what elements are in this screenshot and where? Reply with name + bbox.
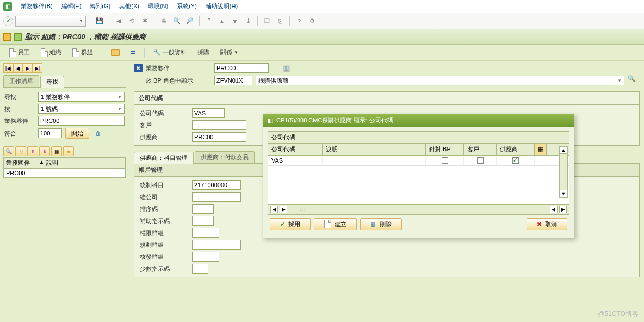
- save-icon[interactable]: 💾: [94, 16, 105, 27]
- last-page-icon[interactable]: ⤓: [243, 16, 253, 27]
- col-sort-icon[interactable]: ▲: [36, 158, 44, 168]
- general-data-button[interactable]: 🔧一般資料: [150, 47, 190, 58]
- bp-label: 業務夥伴: [4, 117, 35, 125]
- cc-section-header: 公司代碼: [134, 92, 639, 105]
- doc-icon: [72, 48, 79, 57]
- scroll-down-icon[interactable]: ▼: [560, 190, 567, 197]
- match-input[interactable]: 100: [38, 128, 62, 138]
- cust-field[interactable]: [192, 120, 246, 130]
- scroll-right-icon[interactable]: ▶: [280, 206, 287, 213]
- columns-icon[interactable]: ▦: [51, 146, 62, 156]
- menu-help[interactable]: 輔助說明(H): [206, 2, 238, 10]
- role-code-field[interactable]: ZFVN01X: [214, 76, 252, 85]
- fav-icon[interactable]: ★: [63, 146, 74, 156]
- delete-button[interactable]: 🗑刪除: [360, 218, 402, 230]
- detail-icon[interactable]: 🔍: [3, 146, 14, 156]
- print-icon[interactable]: 🖶: [158, 16, 169, 27]
- relationship-button[interactable]: 關係▼: [216, 47, 242, 58]
- cancel-icon[interactable]: ✖: [139, 16, 150, 27]
- first-page-icon[interactable]: ⤒: [203, 16, 214, 27]
- search-select[interactable]: 1 業務夥伴: [38, 92, 125, 102]
- tab-worklist[interactable]: 工作清單: [3, 75, 39, 87]
- scroll-right2-icon[interactable]: ▶: [559, 206, 567, 213]
- adopt-button[interactable]: ✔採用: [270, 218, 311, 230]
- exit-icon[interactable]: ⟲: [126, 16, 137, 27]
- employee-button[interactable]: 員工: [5, 47, 34, 59]
- hq-field[interactable]: [192, 192, 241, 202]
- col-config-icon[interactable]: ▦: [535, 144, 547, 155]
- plan-field[interactable]: [192, 240, 241, 250]
- vend-checkbox[interactable]: [512, 157, 519, 164]
- tab-search[interactable]: 尋找: [40, 76, 64, 88]
- dialog-titlebar[interactable]: ◧ CP1(5)/888 CMC採購供應商 顯示: 公司代碼: [263, 114, 574, 127]
- nav-last-icon[interactable]: ▶|: [33, 63, 42, 73]
- standard-toolbar: ✔ ▼ 💾 ◀ ⟲ ✖ 🖶 🔍 🔎 ⤒ ▲ ▼ ⤓ ❐ ⎘ ? ⚙: [0, 13, 644, 29]
- create-button[interactable]: 建立: [314, 218, 357, 230]
- tab-account-mgmt[interactable]: 供應商：科目管理: [134, 152, 194, 164]
- layout-icon[interactable]: ⚙: [307, 16, 318, 27]
- role-detail-icon[interactable]: 🔍: [628, 75, 640, 86]
- rel-field[interactable]: [192, 252, 219, 262]
- open-button[interactable]: [107, 48, 123, 58]
- doc-icon: [324, 220, 331, 228]
- nav-first-icon[interactable]: |◀: [3, 63, 13, 73]
- rel-label: 核發群組: [140, 253, 189, 261]
- find-icon[interactable]: 🔍: [171, 16, 182, 27]
- sort-desc-icon[interactable]: ⬇: [39, 146, 50, 156]
- doc-icon: [41, 48, 48, 57]
- menu-env[interactable]: 環境(N): [148, 2, 168, 10]
- sort-asc-icon[interactable]: ⬆: [27, 146, 38, 156]
- recon-field[interactable]: 2171000000: [192, 180, 241, 190]
- bp-input[interactable]: PRC00: [38, 116, 125, 126]
- shortcut-icon[interactable]: ⎘: [275, 16, 286, 27]
- bp-field[interactable]: PRC00: [214, 63, 269, 73]
- group-button[interactable]: 群組: [69, 47, 97, 59]
- by-select[interactable]: 1 號碼: [38, 104, 125, 114]
- filter-icon[interactable]: ⚲: [15, 146, 26, 156]
- command-field[interactable]: ▼: [15, 16, 86, 27]
- recon-label: 統制科目: [140, 181, 189, 189]
- help-icon[interactable]: ?: [294, 16, 305, 27]
- cust-checkbox[interactable]: [477, 157, 484, 164]
- locator-tabs: 工作清單 尋找: [3, 75, 126, 88]
- next-page-icon[interactable]: ▼: [230, 16, 240, 27]
- vend-field[interactable]: PRC00: [192, 132, 246, 142]
- sort-field[interactable]: [192, 204, 214, 214]
- min-field[interactable]: [192, 264, 208, 274]
- v-scrollbar[interactable]: ▲ ▼: [559, 146, 568, 198]
- nav-prev-icon[interactable]: ◀: [13, 63, 23, 73]
- org-button[interactable]: 組織: [37, 47, 65, 59]
- start-button[interactable]: 開始: [65, 128, 89, 139]
- auth-field[interactable]: [192, 228, 219, 238]
- forbp-checkbox[interactable]: [442, 157, 448, 164]
- menu-other[interactable]: 其他(X): [119, 2, 139, 10]
- doc-icon: [9, 48, 16, 57]
- tab-payment[interactable]: 供應商：付款交易: [195, 151, 255, 163]
- menu-sys[interactable]: 系統(Y): [177, 2, 197, 10]
- cancel-button[interactable]: ✖取消: [527, 218, 567, 230]
- aux-label: 補助指示碼: [140, 217, 189, 225]
- find-next-icon[interactable]: 🔎: [184, 16, 195, 27]
- menu-edit[interactable]: 編輯(E): [61, 2, 82, 10]
- trash-icon[interactable]: 🗑: [92, 128, 103, 139]
- role-select[interactable]: 採購供應商: [256, 76, 624, 85]
- menu-goto[interactable]: 轉到(G): [90, 2, 110, 10]
- aux-field[interactable]: [192, 216, 214, 226]
- switch-button[interactable]: ⇄: [127, 47, 139, 58]
- vend-label: 供應商: [140, 133, 189, 141]
- menu-bp[interactable]: 業務夥伴(B): [21, 2, 53, 10]
- back-icon[interactable]: ◀: [113, 16, 124, 27]
- new-session-icon[interactable]: ❐: [262, 16, 273, 27]
- nav-next-icon[interactable]: ▶: [23, 63, 33, 73]
- grid-row[interactable]: VAS: [268, 156, 569, 166]
- cc-field[interactable]: VAS: [192, 108, 225, 118]
- scroll-left2-icon[interactable]: ◀: [550, 206, 558, 213]
- prev-page-icon[interactable]: ▲: [216, 16, 227, 27]
- purchasing-button[interactable]: 採購: [194, 47, 213, 58]
- scroll-up-icon[interactable]: ▲: [560, 146, 567, 154]
- enter-icon[interactable]: ✔: [3, 16, 13, 26]
- table-row[interactable]: PRC00: [4, 169, 125, 177]
- close-header-icon[interactable]: ✖: [134, 64, 143, 72]
- scroll-left-icon[interactable]: ◀: [270, 206, 278, 213]
- role-label: 於 BP 角色中顯示: [146, 77, 211, 85]
